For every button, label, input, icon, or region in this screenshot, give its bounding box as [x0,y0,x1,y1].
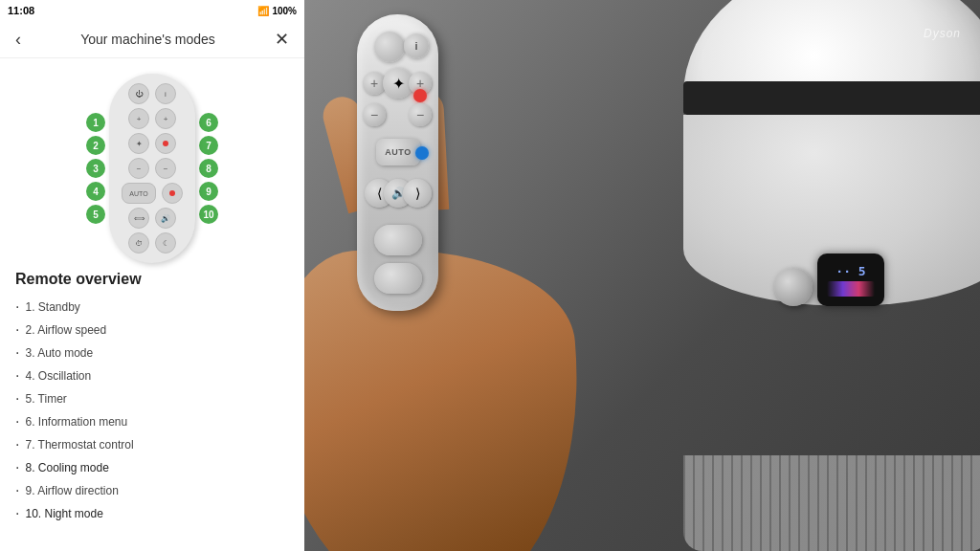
status-time: 11:08 [8,5,34,16]
remote-btn-power [374,32,405,62]
battery-icon: 100% [272,6,297,16]
list-item-6: 6. Information menu [15,410,289,433]
btn-timer-diagram: ⏱ [128,232,149,253]
fan-dark-band [683,81,980,115]
list-item-5: 5. Timer [15,387,289,410]
btn-minus1-diagram: − [128,158,149,179]
list-item-10: 10. Night mode [15,502,289,525]
num-label-5: 5 [86,205,105,224]
btn-airspeed-diagram: + [128,108,149,129]
remote-btn-airspeed-minus: − [363,103,386,126]
phone-panel: 11:08 📶 100% ‹ Your machine's modes ✕ 1 … [0,0,304,551]
num-label-1: 1 [86,113,105,132]
remote-blue-dot [415,146,429,160]
remote-btn-bottom1 [374,225,422,255]
status-icons: 📶 100% [257,6,297,16]
content-area: Remote overview 1. Standby 2. Airflow sp… [0,271,304,551]
list-item-7: 7. Thermostat control [15,433,289,456]
btn-red1-diagram [155,133,176,154]
remote-btn-info: i [404,33,429,58]
num-label-7: 7 [199,136,218,155]
list-item-1: 1. Standby [15,296,289,319]
btn-red2-diagram [162,183,183,204]
btn-info-diagram: i [155,83,176,104]
labels-right: 6 7 8 9 10 [199,113,218,224]
fan-grille [683,455,980,551]
remote-red-dot [413,89,427,102]
remote-diagram: 1 2 3 4 5 ⏻ i + + ✦ [0,58,304,271]
btn-airdir-diagram: 🔊 [155,208,176,229]
list-item-8: 8. Cooling mode [15,456,289,479]
remote-overview-list: 1. Standby 2. Airflow speed 3. Auto mode… [15,296,289,525]
btn-temp-up-diagram: + [155,108,176,129]
photo-background: ·· 5 Dyson i + ✦ + − [304,0,980,551]
num-label-2: 2 [86,136,105,155]
device-power-button [774,268,813,306]
num-label-9: 9 [199,182,218,201]
remote-3d: i + ✦ + − − AUTO ⟨ 🔊 ⟩ [357,14,438,311]
list-item-3: 3. Auto mode [15,342,289,364]
btn-fan-diagram: ✦ [128,133,149,154]
list-item-4: 4. Oscillation [15,364,289,387]
brand-text: Dyson [924,27,961,40]
remote-body-diagram: ⏻ i + + ✦ − − AUTO [109,74,195,263]
btn-power-diagram: ⏻ [128,83,149,104]
status-bar: 11:08 📶 100% [0,0,304,21]
device-display: ·· 5 [817,253,884,306]
section-title: Remote overview [15,271,289,288]
list-item-9: 9. Airflow direction [15,479,289,502]
btn-oscillate-diagram: ⟺ [128,208,149,229]
close-button[interactable]: ✕ [275,29,289,50]
labels-left: 1 2 3 4 5 [86,113,105,224]
btn-auto-diagram: AUTO [122,183,156,204]
photo-panel: ·· 5 Dyson i + ✦ + − [304,0,980,551]
btn-minus2-diagram: − [155,158,176,179]
app-header: ‹ Your machine's modes ✕ [0,21,304,58]
remote-btn-auto: AUTO [376,139,420,165]
remote-btn-bottom2 [374,263,422,294]
display-text: ·· 5 [835,264,865,278]
display-bar-chart [827,281,875,297]
num-label-4: 4 [86,182,105,201]
wifi-icon: 📶 [257,6,269,16]
btn-night-diagram: ☾ [155,232,176,253]
num-label-6: 6 [199,113,218,132]
num-label-8: 8 [199,159,218,178]
header-title: Your machine's modes [21,32,275,47]
hand-arm [304,232,597,551]
remote-btn-dir-right: ⟩ [403,179,432,208]
num-label-10: 10 [199,205,218,224]
remote-btn-temp-minus: − [409,103,432,126]
num-label-3: 3 [86,159,105,178]
list-item-2: 2. Airflow speed [15,319,289,342]
